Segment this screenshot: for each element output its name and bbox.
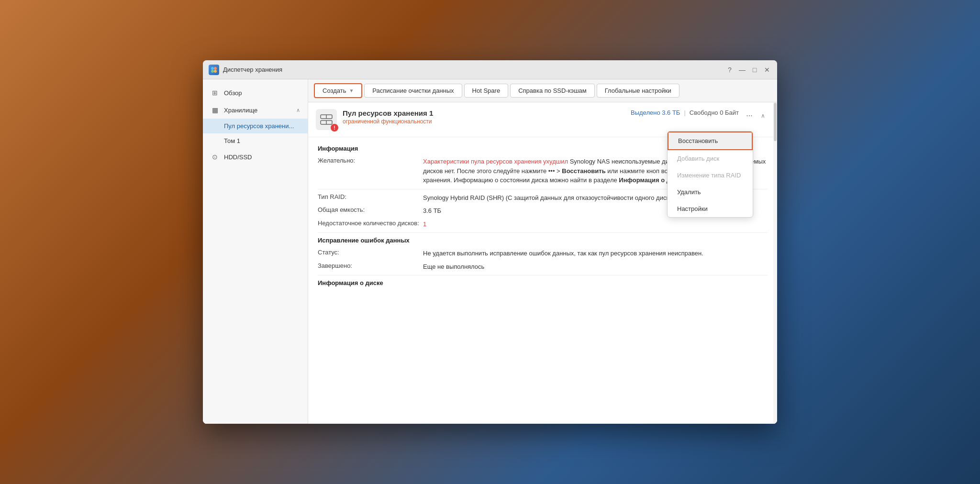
panel-content: ! Пул ресурсов хранения 1 ограниченной ф… [308,102,777,424]
main-content: Создать ▼ Расписание очистки данных Hot … [308,79,777,424]
sidebar-item-hdd[interactable]: ⊙ HDD/SSD [203,148,308,165]
divider-2 [318,232,768,233]
storage-icon: ▦ [211,106,219,114]
capacity-label: Общая емкость: [318,206,423,213]
add-disk-item: Добавить диск [668,150,753,167]
window-controls: ? — □ ✕ [725,66,771,74]
scrubbing-button[interactable]: Расписание очистки данных [364,84,462,98]
delete-item[interactable]: Удалить [668,184,753,200]
scrollbar[interactable] [773,102,777,424]
scrubbing-label: Расписание очистки данных [372,87,454,94]
allocated-label: Выделено 3.6 ТБ [631,109,680,116]
sidebar: ⊞ Обзор ▦ Хранилище ∧ Пул ресурсов хране… [203,79,308,424]
global-settings-label: Глобальные настройки [605,87,671,94]
ssd-cache-label: Справка по SSD-кэшам [518,87,587,94]
disk-shortage-row: Недостаточное количество дисков: 1 [318,220,768,229]
status-value: Не удается выполнить исправление ошибок … [423,249,768,258]
disk-shortage-label: Недостаточное количество дисков: [318,220,423,227]
svg-point-3 [214,70,217,73]
completed-value: Еще не выполнялось [423,262,768,272]
hdd-icon: ⊙ [211,153,219,161]
dropdown-menu: Восстановить Добавить диск Изменение тип… [667,131,753,218]
pool-meta: Выделено 3.6 ТБ | Свободно 0 Байт [631,109,739,116]
scrollbar-thumb[interactable] [774,103,777,141]
titlebar: Диспетчер хранения ? — □ ✕ [203,60,777,79]
disk-section-title: Информация о диске [318,279,768,286]
sidebar-overview-label: Обзор [224,89,242,97]
sidebar-item-volume[interactable]: Том 1 [203,133,308,148]
overview-icon: ⊞ [211,89,219,97]
app-content: ⊞ Обзор ▦ Хранилище ∧ Пул ресурсов хране… [203,79,777,424]
desired-label: Желательно: [318,157,423,164]
settings-item[interactable]: Настройки [668,200,753,217]
sidebar-hdd-label: HDD/SSD [224,154,252,161]
sidebar-item-pool[interactable]: Пул ресурсов хранени... [203,119,308,133]
create-label: Создать [323,87,346,94]
status-label: Статус: [318,249,423,256]
error-section-title: Исправление ошибок данных [318,237,768,244]
svg-point-1 [214,67,217,70]
completed-row: Завершено: Еще не выполнялось [318,262,768,272]
pool-info: Пул ресурсов хранения 1 ограниченной фун… [343,109,631,125]
raid-label: Тип RAID: [318,193,423,200]
collapse-button[interactable]: ∧ [756,109,769,122]
pool-name: Пул ресурсов хранения 1 [343,109,631,117]
warning-badge: ! [331,124,338,132]
change-raid-item: Изменение типа RAID [668,167,753,184]
app-icon [209,65,219,75]
free-label: Свободно 0 Байт [690,109,739,116]
pool-status: ограниченной функциональности [343,118,631,125]
sidebar-item-overview[interactable]: ⊞ Обзор [203,84,308,101]
storage-chevron-icon: ∧ [296,107,300,113]
create-dropdown-arrow: ▼ [349,88,354,93]
disk-shortage-value: 1 [423,220,768,229]
hot-spare-button[interactable]: Hot Spare [464,84,509,98]
app-window: Диспетчер хранения ? — □ ✕ ⊞ Обзор ▦ Хра… [203,60,777,424]
create-button[interactable]: Создать ▼ [314,83,362,98]
divider-3 [318,275,768,275]
hot-spare-label: Hot Spare [472,87,501,94]
pool-icon: ! [316,109,337,130]
svg-point-2 [211,70,214,73]
ssd-cache-button[interactable]: Справка по SSD-кэшам [510,84,595,98]
desired-value-red: Характеристики пула ресурсов хранения ух… [423,158,568,165]
global-settings-button[interactable]: Глобальные настройки [597,84,679,98]
minimize-button[interactable]: — [738,66,746,74]
help-button[interactable]: ? [725,66,734,74]
close-button[interactable]: ✕ [763,66,771,74]
svg-point-0 [211,67,214,70]
toolbar: Создать ▼ Расписание очистки данных Hot … [308,79,777,102]
sidebar-pool-label: Пул ресурсов хранени... [224,122,294,130]
window-title: Диспетчер хранения [223,66,725,73]
more-options-button[interactable]: ··· [743,109,756,122]
sidebar-storage-label: Хранилище [224,107,257,114]
restore-item[interactable]: Восстановить [668,132,753,150]
completed-label: Завершено: [318,262,423,269]
status-row: Статус: Не удается выполнить исправление… [318,249,768,258]
sidebar-group-storage[interactable]: ▦ Хранилище ∧ [203,101,308,119]
maximize-button[interactable]: □ [750,66,759,74]
sidebar-volume-label: Том 1 [224,137,240,144]
